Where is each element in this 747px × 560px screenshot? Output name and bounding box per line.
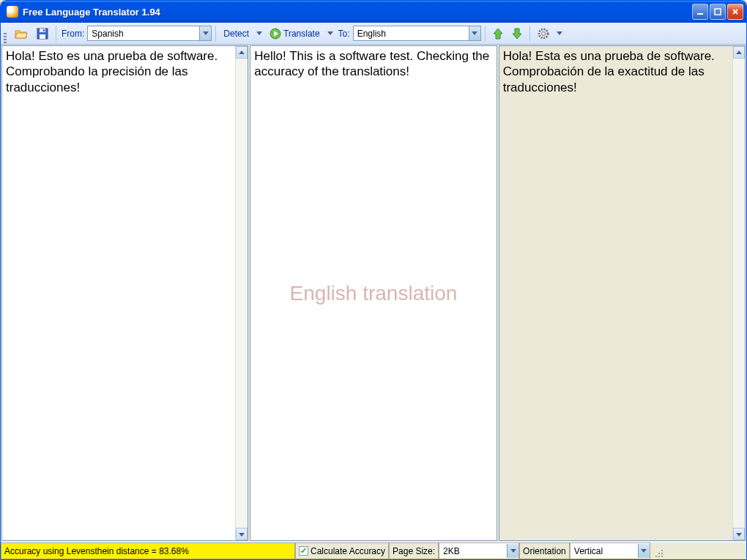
move-up-button[interactable] (489, 26, 507, 42)
back-translation-textarea[interactable]: Hola! Esta es una prueba de software. Co… (499, 46, 732, 540)
toolbar-grip[interactable] (4, 26, 8, 41)
to-language-value: English (357, 29, 386, 39)
orientation-cell: Vertical (570, 542, 650, 559)
svg-point-10 (658, 553, 660, 554)
scroll-up-icon[interactable] (236, 46, 248, 59)
save-button[interactable] (33, 26, 52, 42)
toolbar-divider (529, 26, 530, 42)
open-button[interactable] (11, 26, 31, 42)
toolbar-divider (485, 26, 486, 42)
move-down-button[interactable] (508, 26, 526, 42)
toolbar-divider (215, 26, 216, 42)
translation-textarea[interactable]: Hello! This is a software test. Checking… (250, 46, 496, 540)
svg-rect-4 (40, 34, 45, 39)
svg-point-13 (658, 556, 660, 557)
resize-grip[interactable] (650, 542, 665, 559)
content-area: Hola! Esto es una prueba de software. Co… (1, 45, 746, 542)
scroll-track[interactable] (733, 59, 745, 528)
detect-button[interactable]: Detect (220, 26, 253, 41)
from-language-select[interactable]: Spanish (87, 26, 212, 41)
maximize-button[interactable] (710, 4, 726, 20)
play-icon (270, 28, 281, 40)
orientation-select[interactable]: Vertical (571, 543, 650, 559)
calculate-accuracy-label: Calculate Accuracy (311, 546, 385, 556)
source-textarea[interactable]: Hola! Esto es una prueba de software. Co… (2, 46, 235, 540)
svg-rect-5 (43, 29, 45, 31)
close-button[interactable] (727, 4, 743, 20)
resize-grip-icon (653, 548, 664, 558)
calculate-accuracy-cell[interactable]: ✓ Calculate Accuracy (295, 542, 389, 559)
dropdown-arrow-icon (507, 544, 519, 558)
dropdown-arrow-icon (638, 544, 650, 558)
arrow-down-icon (512, 28, 522, 40)
toolbar-divider (56, 26, 56, 42)
floppy-disk-icon (37, 28, 48, 40)
svg-rect-0 (697, 13, 703, 15)
page-size-select[interactable]: 2KB (439, 543, 519, 559)
app-icon (7, 6, 18, 18)
page-size-value: 2KB (443, 546, 460, 556)
scrollbar[interactable] (732, 46, 745, 540)
from-language-value: Spanish (92, 29, 123, 39)
orientation-label: Orientation (523, 546, 566, 556)
folder-open-icon (15, 28, 28, 40)
settings-dropdown[interactable] (554, 29, 565, 38)
accuracy-status: Accuracy using Levensthein distance = 83… (1, 542, 295, 559)
scrollbar[interactable] (235, 46, 248, 540)
settings-button[interactable] (534, 26, 553, 42)
svg-point-14 (661, 556, 663, 557)
svg-point-8 (541, 31, 545, 35)
svg-point-12 (655, 556, 657, 557)
scroll-down-icon[interactable] (236, 528, 248, 540)
back-translation-pane: Hola! Esta es una prueba de software. Co… (499, 45, 746, 541)
titlebar[interactable]: Free Language Translator 1.94 (1, 1, 746, 23)
translate-dropdown[interactable] (325, 29, 335, 38)
detect-label: Detect (223, 29, 249, 39)
dropdown-arrow-icon (469, 26, 480, 40)
detect-dropdown[interactable] (254, 29, 264, 38)
orientation-value: Vertical (574, 546, 603, 556)
translation-pane: Hello! This is a software test. Checking… (250, 45, 497, 541)
toolbar: From: Spanish Detect Translate To: Engli… (1, 23, 746, 45)
page-size-cell: 2KB (439, 542, 519, 559)
page-size-label: Page Size: (393, 546, 435, 556)
dropdown-arrow-icon (199, 26, 211, 40)
scroll-up-icon[interactable] (733, 46, 745, 59)
translate-label: Translate (283, 29, 320, 39)
scroll-down-icon[interactable] (733, 528, 745, 540)
scroll-track[interactable] (236, 59, 248, 528)
svg-point-9 (661, 550, 663, 551)
gear-icon (538, 28, 549, 40)
to-label: To: (337, 29, 352, 39)
accuracy-text: Accuracy using Levensthein distance = 83… (4, 546, 189, 556)
to-language-select[interactable]: English (353, 26, 481, 41)
page-size-label-cell: Page Size: (389, 542, 439, 559)
window-controls (692, 4, 743, 20)
source-pane: Hola! Esto es una prueba de software. Co… (1, 45, 248, 541)
window-title: Free Language Translator 1.94 (23, 7, 692, 18)
application-window: Free Language Translator 1.94 From: Span… (0, 0, 747, 560)
orientation-label-cell: Orientation (519, 542, 570, 559)
svg-rect-1 (715, 9, 721, 15)
statusbar: Accuracy using Levensthein distance = 83… (1, 542, 746, 559)
minimize-button[interactable] (692, 4, 708, 20)
svg-point-11 (661, 553, 663, 554)
calculate-accuracy-checkbox[interactable]: ✓ (299, 546, 308, 556)
arrow-up-icon (493, 28, 503, 40)
from-label: From: (60, 29, 86, 39)
translate-button[interactable]: Translate (266, 26, 324, 42)
